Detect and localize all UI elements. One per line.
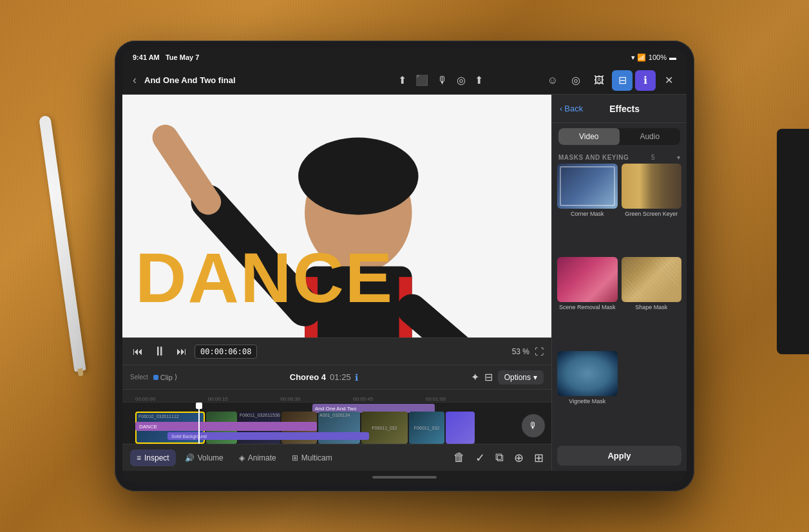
tab-audio[interactable]: Audio	[620, 128, 681, 145]
video-controls: ⏮ ⏸ ⏭ 00:00:06:08 53 % ⛶	[122, 337, 551, 365]
effect-vignette[interactable]: Vignette Mask	[557, 351, 618, 441]
options-button[interactable]: Options ▾	[498, 370, 544, 385]
audio-waveform-icon[interactable]: ⊞	[534, 451, 544, 465]
options-chevron: ▾	[533, 373, 537, 382]
delete-icon[interactable]: 🗑	[453, 451, 465, 464]
status-bar: 9:41 AM Tue May 7 ▾ 📶 100% ▬	[122, 48, 687, 66]
scene-removal-thumb	[557, 257, 618, 302]
multicam-label: Multicam	[301, 453, 332, 462]
camera-icon[interactable]: ⬛	[415, 74, 428, 86]
svg-point-12	[298, 138, 418, 215]
zoom-unit: %	[522, 347, 529, 356]
dark-object	[777, 129, 809, 354]
effect-corner-mask[interactable]: Corner Mask	[557, 164, 618, 253]
apply-button[interactable]: Apply	[557, 446, 681, 466]
bottom-left-buttons: ≡ Inspect 🔊 Volume ◈ Animate	[130, 450, 339, 466]
transform-icon[interactable]: ⊕	[514, 451, 524, 465]
main-content: DANCE ⏮ ⏸ ⏭ 00:00:06:08 53 % ⛶	[122, 95, 687, 471]
options-label: Options	[504, 373, 531, 382]
confirm-icon[interactable]: ✓	[475, 451, 485, 465]
video-tab-label: Video	[579, 132, 598, 141]
wifi-icon: ▾ 📶	[631, 53, 646, 62]
project-title: And One And Two final	[144, 75, 338, 85]
share-icon[interactable]: ⬆	[398, 74, 406, 86]
ruler-mark-45: 00:00:45	[353, 396, 373, 402]
back-button[interactable]: ‹	[130, 71, 139, 90]
lower-tracks: DANCE Solid Background	[135, 422, 538, 441]
home-bar[interactable]	[372, 476, 437, 479]
timeline-area: Select Clip ⟩ Choreo 4 01:25 ℹ ✦	[122, 365, 551, 471]
vignette-label: Vignette Mask	[557, 398, 618, 404]
back-chevron-icon: ‹	[560, 104, 562, 113]
more-icon[interactable]: ✕	[658, 70, 679, 91]
animate-label: Animate	[248, 453, 276, 462]
masks-section-header: MASKS AND KEYING 5 ▾	[552, 150, 687, 164]
status-time: 9:41 AM Tue May 7	[133, 53, 199, 61]
animate-button[interactable]: ◈ Animate	[233, 450, 283, 466]
effect-scene-removal[interactable]: Scene Removal Mask	[557, 257, 618, 347]
panel-header: ‹ Back Effects	[552, 95, 687, 123]
clip-chevron: ⟩	[175, 373, 177, 381]
section-chevron-icon: ▾	[677, 154, 680, 161]
multicam-button[interactable]: ⊞ Multicam	[285, 450, 339, 466]
top-toolbar: ‹ And One And Two final ⬆ ⬛ 🎙 ◎ ⬆ ☺ ◎ 🖼 …	[122, 66, 687, 95]
image-icon[interactable]: 🖼	[589, 70, 609, 91]
effects-back-link[interactable]: ‹ Back	[560, 104, 583, 113]
crop-icon[interactable]: ⧉	[495, 451, 504, 464]
volume-label: Volume	[198, 453, 224, 462]
inspect-icon: ≡	[137, 453, 141, 462]
bottom-right-buttons: 🗑 ✓ ⧉ ⊕ ⊞	[453, 451, 544, 465]
select-label: Select	[130, 374, 148, 381]
inspect-button[interactable]: ≡ Inspect	[130, 450, 176, 466]
green-screen-label: Green Screen Keyer	[622, 211, 682, 217]
home-indicator	[122, 471, 687, 484]
export-icon[interactable]: ⬆	[475, 74, 483, 86]
volume-icon: 🔊	[185, 453, 195, 462]
solid-bg-label: Solid Background	[171, 434, 207, 439]
shape-mask-thumb	[622, 257, 682, 302]
rewind-button[interactable]: ⏮	[130, 343, 146, 360]
audio-tab-label: Audio	[640, 132, 660, 141]
corner-mask-label: Corner Mask	[557, 211, 618, 217]
ipad-device: 9:41 AM Tue May 7 ▾ 📶 100% ▬ ‹ And One A…	[115, 41, 694, 491]
toolbar-center-icons: ⬆ ⬛ 🎙 ◎ ⬆	[343, 74, 537, 86]
battery-level: 100%	[649, 53, 667, 61]
emoji-icon[interactable]: ☺	[542, 70, 563, 91]
effect-green-screen[interactable]: Green Screen Keyer	[622, 164, 682, 253]
fullscreen-button[interactable]: ⛶	[535, 347, 544, 357]
date-text: Tue May 7	[166, 53, 199, 61]
clip-label: Clip ⟩	[153, 373, 177, 381]
ruler-mark-0: 00:00:00	[135, 396, 155, 402]
shape-mask-label: Shape Mask	[622, 304, 682, 310]
timeline-right-controls: ✦ ⊟ Options ▾	[471, 370, 544, 385]
info-icon[interactable]: ℹ	[355, 372, 358, 383]
svg-line-5	[166, 138, 209, 202]
effects-icon[interactable]: ℹ	[635, 70, 656, 91]
chapter-label: And One And Two	[315, 406, 356, 412]
ipad-screen: 9:41 AM Tue May 7 ▾ 📶 100% ▬ ‹ And One A…	[122, 48, 687, 484]
multicam-icon[interactable]: ⊟	[612, 70, 633, 91]
microphone-icon[interactable]: 🎙	[437, 75, 448, 86]
dance-title-track[interactable]: DANCE	[135, 422, 317, 431]
tab-video[interactable]: Video	[558, 128, 620, 145]
effects-tab-bar: Video Audio	[558, 128, 680, 145]
ruler-mark-15: 00:00:15	[208, 396, 228, 402]
magic-icon[interactable]: ✦	[471, 371, 479, 383]
clock-icon[interactable]: ◎	[566, 70, 586, 91]
bottom-toolbar: ≡ Inspect 🔊 Volume ◈ Animate	[122, 444, 551, 471]
voiceover-icon[interactable]: ◎	[457, 74, 466, 86]
play-pause-button[interactable]: ⏸	[151, 341, 169, 361]
battery-icon: ▬	[669, 53, 676, 61]
corner-mask-thumb	[557, 164, 618, 209]
volume-button[interactable]: 🔊 Volume	[178, 450, 230, 466]
effect-shape-mask[interactable]: Shape Mask	[622, 257, 682, 347]
layout-icon[interactable]: ⊟	[484, 371, 493, 383]
fast-forward-button[interactable]: ⏭	[174, 343, 189, 360]
animate-icon: ◈	[239, 453, 245, 462]
ruler-mark-30: 00:00:30	[280, 396, 300, 402]
toolbar-right-icons: ☺ ◎ 🖼 ⊟ ℹ ✕	[542, 70, 679, 91]
right-panel: ‹ Back Effects Video Audio MASKS	[551, 95, 687, 471]
project-name: Choreo 4	[290, 372, 326, 382]
timeline-project-info: Choreo 4 01:25 ℹ	[182, 372, 466, 383]
timecode-display: 00:00:06:08	[195, 345, 257, 359]
